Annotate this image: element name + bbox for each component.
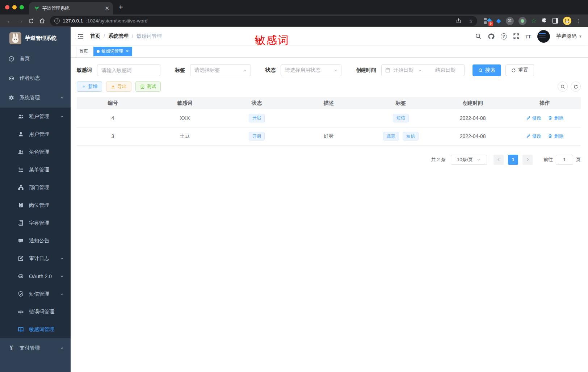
extension-record-icon[interactable] [518, 17, 526, 25]
breadcrumb: 首页 / 系统管理 / 敏感词管理 [90, 33, 162, 39]
window-close-button[interactable] [5, 5, 9, 9]
sidebar-item-error-code[interactable]: </> 错误码管理 [0, 303, 71, 321]
url-host: 127.0.0.1 [63, 18, 83, 24]
search-icon[interactable] [475, 33, 482, 39]
extensions-puzzle-icon[interactable] [541, 18, 547, 24]
user-icon [17, 131, 24, 137]
table-toolbar: ＋ 新增 导出 测试 [77, 81, 581, 92]
chevron-down-icon [60, 274, 64, 279]
col-tags: 标签 [365, 97, 437, 109]
sidebar: 芋道管理系统 首页 作者动态 系统管理 [0, 27, 71, 372]
download-icon [111, 84, 116, 89]
roles-icon [17, 149, 24, 155]
pencil-icon [526, 116, 531, 120]
sidebar-item-sensitive-word[interactable]: 敏感词管理 [0, 321, 71, 338]
chevron-down-icon [60, 256, 64, 261]
date-range-picker[interactable]: 开始日期 - 结束日期 [381, 64, 465, 76]
sidebar-logo[interactable]: 芋道管理系统 [0, 27, 71, 49]
test-button[interactable]: 测试 [135, 81, 161, 92]
favicon [34, 6, 39, 11]
tag-badge: 蔬菜 [383, 132, 399, 141]
next-page-button[interactable] [522, 155, 533, 165]
tag-close-icon[interactable]: ✕ [126, 49, 129, 54]
sidebar-item-author-news[interactable]: 作者动态 [0, 68, 71, 88]
forward-icon[interactable]: → [15, 16, 25, 26]
breadcrumb-home[interactable]: 首页 [90, 33, 100, 39]
comment-icon [17, 238, 24, 244]
share-icon[interactable] [454, 16, 463, 26]
extension-gem-icon[interactable]: ◆ [496, 17, 501, 25]
robot-chat-icon [8, 75, 14, 81]
sidebar-item-oauth[interactable]: OAuth 2.0 [0, 267, 71, 285]
sidebar-item-home[interactable]: 首页 [0, 49, 71, 68]
sidebar-item-tenant[interactable]: 租户管理 [0, 108, 71, 125]
document-check-icon [140, 84, 145, 89]
search-button[interactable]: 搜索 [472, 64, 501, 76]
sidebar-item-sms[interactable]: 短信管理 [0, 285, 71, 303]
delete-link[interactable]: 删除 [548, 133, 563, 139]
calendar-icon [385, 68, 390, 73]
chevron-down-icon [243, 68, 251, 72]
github-icon[interactable] [488, 33, 495, 40]
extension-star-icon[interactable]: ☆ [531, 17, 537, 25]
tag-home[interactable]: 首页 [76, 47, 91, 56]
tab-close-icon[interactable]: ✕ [105, 5, 109, 12]
extension-badge-icon[interactable]: 9 [484, 17, 492, 25]
edit-link[interactable]: 修改 [526, 115, 542, 121]
page-size-select[interactable]: 10条/页 [451, 155, 487, 165]
address-bar[interactable]: i 127.0.0.1 :1024/system/sensitive-word … [50, 16, 477, 26]
home-icon[interactable] [37, 16, 47, 26]
prev-page-button[interactable] [494, 155, 504, 165]
dashboard-icon [8, 56, 14, 62]
add-button[interactable]: ＋ 新增 [77, 81, 102, 92]
profile-avatar[interactable] [563, 17, 571, 25]
delete-link[interactable]: 删除 [548, 115, 563, 121]
sidebar-item-dict[interactable]: 字典管理 [0, 214, 71, 232]
logo-rabbit-image [9, 32, 21, 44]
user-menu[interactable]: 芋道源码 ▼ [556, 33, 582, 39]
sidebar-item-notice[interactable]: 通知公告 [0, 232, 71, 250]
extension-cmd-icon[interactable]: ⌘ [506, 17, 514, 25]
tags-view-bar: 首页 敏感词管理 ✕ [71, 45, 588, 58]
sidebar-item-system[interactable]: 系统管理 [0, 88, 71, 108]
sidebar-item-menu[interactable]: 菜单管理 [0, 161, 71, 179]
sidebar-item-payment[interactable]: ¥ 支付管理 [0, 338, 71, 358]
bookmark-star-icon[interactable]: ☆ [466, 16, 476, 26]
reset-button[interactable]: 重置 [505, 64, 534, 76]
robot-icon [17, 273, 24, 279]
browser-menu-icon[interactable]: ⋮ [576, 18, 581, 24]
shield-check-icon [17, 291, 24, 297]
keyword-input[interactable] [97, 65, 160, 76]
tag-label: 标签 [175, 67, 185, 74]
browser-tab[interactable]: 芋道管理系统 ✕ [29, 2, 113, 14]
export-button[interactable]: 导出 [106, 81, 131, 92]
tag-badge: 短信 [403, 132, 419, 141]
site-info-icon[interactable]: i [54, 18, 60, 24]
back-icon[interactable]: ← [4, 16, 14, 26]
caret-down-icon: ▼ [579, 34, 582, 38]
page-number-current[interactable]: 1 [508, 155, 518, 165]
new-tab-button[interactable]: + [119, 3, 123, 12]
window-minimize-button[interactable] [12, 5, 17, 9]
font-size-icon[interactable]: TT [526, 33, 531, 39]
fullscreen-icon[interactable] [513, 33, 520, 39]
reload-icon[interactable] [26, 16, 36, 26]
edit-link[interactable]: 修改 [526, 133, 542, 139]
sidebar-item-user[interactable]: 用户管理 [0, 125, 71, 143]
breadcrumb-system[interactable]: 系统管理 [108, 33, 129, 39]
sidebar-fold-icon[interactable] [71, 33, 90, 40]
tag-select[interactable]: 请选择标签 [190, 64, 251, 76]
help-icon[interactable]: ? [501, 33, 507, 39]
status-select[interactable]: 请选择启用状态 [281, 64, 341, 76]
tag-sensitive-word[interactable]: 敏感词管理 ✕ [93, 47, 132, 56]
goto-page-input[interactable] [556, 155, 573, 165]
sidebar-item-dept[interactable]: 部门管理 [0, 179, 71, 196]
window-zoom-button[interactable] [20, 5, 24, 9]
sidebar-item-role[interactable]: 角色管理 [0, 143, 71, 161]
sidebar-item-audit-log[interactable]: 审计日志 [0, 250, 71, 267]
side-panel-icon[interactable] [552, 18, 558, 24]
toggle-search-icon[interactable] [558, 81, 568, 92]
sidebar-item-post[interactable]: 岗位管理 [0, 196, 71, 214]
refresh-icon[interactable] [571, 81, 581, 92]
user-avatar[interactable] [537, 30, 550, 43]
